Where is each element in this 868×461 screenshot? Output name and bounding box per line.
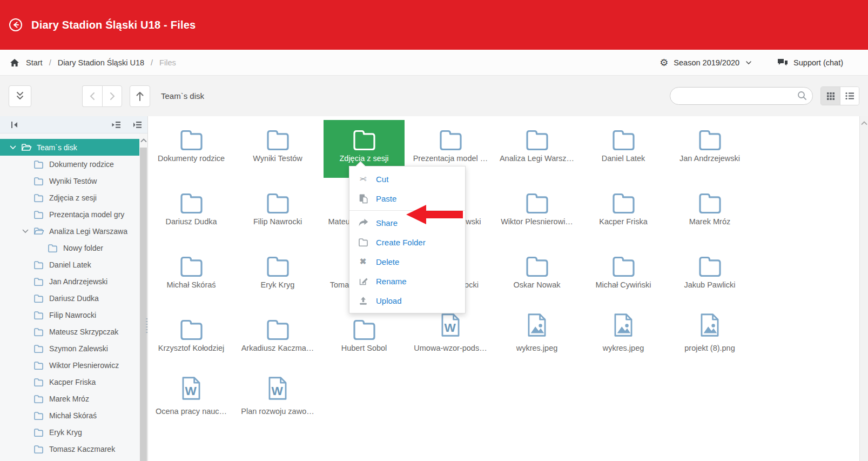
folder-icon [33,445,44,453]
sidebar-item-label: Michał Skóraś [49,411,97,420]
chevron-down-icon[interactable] [10,145,16,150]
folder-item-hubert-sobol[interactable]: Hubert Sobol [321,310,407,373]
collapse-tree-icon[interactable] [112,121,121,129]
svg-text:W: W [271,384,283,397]
sidebar-item-dokumenty-rodzice[interactable]: Dokumenty rodzice [0,156,139,172]
sidebar-item-team-s-disk[interactable]: Team`s disk [0,139,139,156]
chat-icon[interactable] [777,58,788,67]
folder-item-eryk-kryg[interactable]: Eryk Kryg [234,246,321,310]
folder-item-analiza-legi-warsz-[interactable]: Analiza Legi Warsz… [494,120,580,183]
word-file-icon: W [181,376,201,401]
back-nav-button[interactable] [82,85,102,107]
folder-item-wyniki-testów[interactable]: Wyniki Testów [234,120,321,183]
list-view-button[interactable] [840,87,859,105]
file-item-ocena-pracy-nauc-[interactable]: WOcena pracy nauc… [148,373,234,436]
sidebar-item-zdjęcia-z-sesji[interactable]: Zdjęcia z sesji [0,189,139,206]
folder-item-filip-nawrocki[interactable]: Filip Nawrocki [234,183,321,246]
folder-icon [265,318,291,340]
file-item-umowa-wzor-pods-[interactable]: WUmowa-wzor-pods… [407,310,494,373]
sidebar-item-wiktor-plesnierowicz[interactable]: Wiktor Plesnierowicz [0,357,139,373]
main-scrollbar[interactable] [859,116,868,461]
file-item-wykres.jpeg[interactable]: wykres.jpeg [580,310,667,373]
sidebar-item-jan-andrzejewski[interactable]: Jan Andrzejewski [0,273,139,290]
sidebar-item-label: Wyniki Testów [49,177,97,185]
support-chat-link[interactable]: Support (chat) [793,58,843,67]
folder-item-jakub-pawlicki[interactable]: Jakub Pawlicki [667,246,753,310]
sidebar-item-label: Filip Nawrocki [49,311,96,319]
sidebar-scrollbar[interactable] [139,133,147,461]
collapse-panel-icon[interactable] [11,121,19,129]
file-item-plan-rozwoju-zawo-[interactable]: WPlan rozwoju zawo… [234,373,321,436]
sidebar-item-mateusz-skrzypczak[interactable]: Mateusz Skrzypczak [0,323,139,340]
file-item-wykres.jpeg[interactable]: wykres.jpeg [494,310,580,373]
folder-item-dariusz-dudka[interactable]: Dariusz Dudka [148,183,234,246]
sidebar-item-daniel-latek[interactable]: Daniel Latek [0,256,139,273]
menu-item-delete[interactable]: ✖Delete [349,252,465,271]
folder-icon [611,191,636,213]
expand-tree-icon[interactable] [133,121,142,129]
sidebar-item-kacper-friska[interactable]: Kacper Friska [0,373,139,390]
file-item-label: Daniel Latek [602,154,645,163]
sidebar-item-michał-skóraś[interactable]: Michał Skóraś [0,407,139,424]
sidebar-item-label: Analiza Legi Warszawa [49,227,127,236]
forward-nav-button[interactable] [102,85,122,107]
scroll-up-icon[interactable] [861,121,867,125]
folder-item-oskar-nowak[interactable]: Oskar Nowak [494,246,580,310]
file-item-projekt-(8).png[interactable]: projekt (8).png [667,310,753,373]
word-file-icon: W [440,312,461,338]
scrollbar-thumb[interactable] [140,148,147,461]
sidebar-item-filip-nawrocki[interactable]: Filip Nawrocki [0,306,139,323]
share-arrow-icon [358,218,368,227]
chevron-down-icon[interactable] [22,229,29,233]
breadcrumb-item-start[interactable]: Start [26,58,43,67]
collapse-toolbar-button[interactable] [9,85,31,107]
sidebar-item-wyniki-testów[interactable]: Wyniki Testów [0,172,139,189]
sidebar-item-nowy-folder[interactable]: Nowy folder [0,239,139,256]
sidebar-item-analiza-legi-warszawa[interactable]: Analiza Legi Warszawa [0,223,139,239]
folder-item-daniel-latek[interactable]: Daniel Latek [580,120,667,183]
folder-icon [33,210,44,219]
folder-item-michał-skóraś[interactable]: Michał Skóraś [148,246,234,310]
gear-icon[interactable]: ⚙ [660,58,668,68]
up-directory-button[interactable] [130,85,150,107]
scroll-up-icon[interactable] [140,138,147,143]
folder-icon [33,294,44,303]
scissors-icon: ✂ [359,174,366,184]
sidebar-item-tomasz-kaczmarek[interactable]: Tomasz Kaczmarek [0,440,139,457]
menu-item-label: Create Folder [376,238,426,247]
double-chevron-down-icon [16,91,24,101]
sidebar-item-eryk-kryg[interactable]: Eryk Kryg [0,424,139,440]
grid-view-button[interactable] [821,87,840,105]
folder-item-arkadiusz-kaczma-[interactable]: Arkadiusz Kaczma… [234,310,321,373]
folder-item-michał-cywiński[interactable]: Michał Cywiński [580,246,667,310]
breadcrumb-item-diary[interactable]: Diary Stadion Śląski U18 [58,58,144,67]
file-item-label: Umowa-wzor-pods… [414,344,487,352]
sidebar-item-prezentacja-model-gry[interactable]: Prezentacja model gry [0,206,139,223]
menu-item-create-folder[interactable]: Create Folder [349,232,465,252]
folder-item-jan-andrzejewski[interactable]: Jan Andrzejewski [667,120,753,183]
menu-item-upload[interactable]: Upload [349,291,465,310]
file-item-label: Wyniki Testów [253,154,302,163]
splitter-grip[interactable] [146,318,147,335]
back-icon[interactable] [9,18,23,32]
folder-item-krzysztof-kołodziej[interactable]: Krzysztof Kołodziej [148,310,234,373]
search-icon[interactable] [797,91,807,101]
search-input[interactable] [670,87,813,105]
sidebar-item-szymon-zalewski[interactable]: Szymon Zalewski [0,340,139,357]
folder-item-marek-mróz[interactable]: Marek Mróz [667,183,753,246]
folder-item-kacper-friska[interactable]: Kacper Friska [580,183,667,246]
season-selector[interactable]: Season 2019/2020 [674,58,739,67]
upload-icon [359,296,368,305]
file-item-label: Kacper Friska [599,217,647,226]
home-icon[interactable] [10,58,19,67]
menu-item-rename[interactable]: Rename [349,271,465,291]
folder-item-dokumenty-rodzice[interactable]: Dokumenty rodzice [148,120,234,183]
menu-item-label: Paste [376,194,396,203]
sidebar-item-dariusz-dudka[interactable]: Dariusz Dudka [0,290,139,306]
sidebar-header [0,116,147,133]
folder-icon [265,191,291,213]
menu-item-cut[interactable]: ✂Cut [349,169,465,189]
folder-item-wiktor-plesnierowi-[interactable]: Wiktor Plesnierowi… [494,183,580,246]
file-item-label: Ocena pracy nauc… [156,407,227,416]
sidebar-item-marek-mróz[interactable]: Marek Mróz [0,390,139,407]
